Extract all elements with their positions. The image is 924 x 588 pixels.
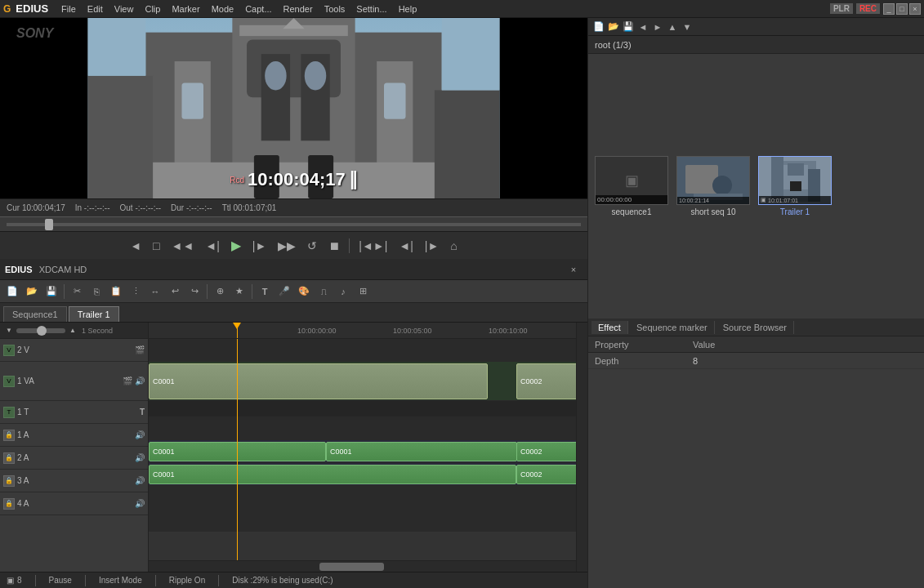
next-frame-btn[interactable]: |► [248, 238, 271, 254]
menu-render[interactable]: Render [279, 2, 318, 16]
track-row-3a [149, 486, 576, 509]
dur-value: -:--:--:-- [186, 203, 212, 212]
bin-up-btn[interactable]: ▲ [665, 20, 680, 34]
bin-down-btn[interactable]: ▼ [680, 20, 694, 34]
menu-marker[interactable]: Marker [167, 2, 204, 16]
plr-btn[interactable]: PLR [830, 3, 853, 14]
clip-c0002-audio2[interactable]: C0002 [516, 465, 576, 484]
track-lock-3a[interactable]: 🔒 [3, 475, 15, 487]
tl-grid-btn[interactable]: ⊞ [354, 283, 372, 301]
in-out-btn[interactable]: |◄►| [355, 238, 391, 254]
tl-scope-btn[interactable]: ⎍ [315, 283, 333, 301]
set-in-btn[interactable]: ◄| [395, 238, 417, 254]
tl-undo-btn[interactable]: ↩ [166, 283, 184, 301]
clip-c0002-video[interactable]: C0002 [516, 363, 576, 399]
clip-c0001-audio2[interactable]: C0001 [326, 442, 517, 461]
zoom-out-btn[interactable]: ▼ [3, 325, 15, 336]
tab-trailer1[interactable]: Trailer 1 [69, 306, 119, 322]
bin-open-btn[interactable]: 📂 [606, 20, 621, 34]
tl-close-btn[interactable]: × [565, 261, 583, 278]
tl-mix-btn[interactable]: ⊕ [211, 283, 229, 301]
tab-effect[interactable]: Effect [591, 321, 628, 334]
maximize-btn[interactable]: □ [896, 3, 908, 15]
mark-out-btn[interactable]: □ [149, 238, 163, 254]
tab-source-browser[interactable]: Source Browser [716, 321, 794, 334]
menu-help[interactable]: Help [394, 2, 422, 16]
loop-btn[interactable]: ↺ [303, 238, 321, 254]
menu-mode[interactable]: Mode [207, 2, 239, 16]
scrubber-thumb[interactable] [45, 219, 53, 230]
extra-btn[interactable]: ⌂ [446, 238, 461, 254]
thumb-sequence1-icon: ▣ [625, 172, 639, 189]
menu-tools[interactable]: Tools [319, 2, 350, 16]
tl-t-btn[interactable]: T [256, 283, 274, 301]
tl-open-btn[interactable]: 📂 [23, 283, 41, 301]
thumb-trailer1-tc-val: 10:01:07:01 [768, 198, 798, 203]
timeline-ruler[interactable]: 10:00:00:00 10:00:05:00 10:00:10:00 10:0… [149, 323, 576, 339]
zoom-in-btn[interactable]: ▲ [67, 325, 78, 336]
rec-btn[interactable]: REC [856, 3, 880, 14]
tl-effect-btn[interactable]: ★ [230, 283, 248, 301]
bin-new-btn[interactable]: 📄 [591, 20, 606, 34]
bin-fwd-btn[interactable]: ► [650, 20, 665, 34]
clip-c0001-audio1[interactable]: C0001 [149, 442, 326, 461]
preview-scrubber[interactable] [0, 216, 587, 231]
menu-view[interactable]: View [109, 2, 139, 16]
tl-audio-btn[interactable]: ♪ [334, 283, 352, 301]
track-lock-4a[interactable]: 🔒 [3, 498, 15, 510]
tab-sequence1[interactable]: Sequence1 [3, 306, 67, 322]
menu-capt[interactable]: Capt... [240, 2, 276, 16]
mark-in-btn[interactable]: ◄ [126, 238, 145, 254]
status-sep4 [218, 575, 219, 586]
menu-clip[interactable]: Clip [140, 2, 165, 16]
scrubber-track[interactable] [7, 223, 581, 226]
bin-item-sequence1[interactable]: ▣ 00:00:00:00 sequence1 [595, 156, 668, 216]
tl-cut-btn[interactable]: ✂ [68, 283, 86, 301]
fast-forward-btn[interactable]: ▶▶ [274, 238, 300, 254]
menu-settings[interactable]: Settin... [351, 2, 391, 16]
tl-ripple-btn[interactable]: ↔ [146, 283, 164, 301]
tl-paste-btn[interactable]: 📋 [107, 283, 125, 301]
set-out-btn[interactable]: |► [421, 238, 444, 254]
tl-redo-btn[interactable]: ↪ [185, 283, 203, 301]
track-lock-1a[interactable]: 🔒 [3, 430, 15, 441]
tl-copy-btn[interactable]: ⎘ [87, 283, 105, 301]
scrollbar-thumb-h[interactable] [319, 563, 383, 571]
tab-sequence-marker[interactable]: Sequence marker [630, 321, 715, 334]
tl-new-btn[interactable]: 📄 [3, 283, 21, 301]
track-lock-2a[interactable]: 🔒 [3, 452, 15, 464]
bin-item-trailer1[interactable]: ▣ 10:01:07:01 Trailer 1 [758, 156, 832, 216]
track-header-4a: 🔒 4 A 🔊 [0, 492, 148, 515]
watermark: SONY [16, 26, 53, 41]
rewind-btn[interactable]: ◄◄ [167, 238, 199, 254]
track-vis-1va[interactable]: V [3, 376, 15, 387]
bin-item-shortseq10[interactable]: 10:00:21:14 short seq 10 [676, 156, 750, 216]
track-vis-1t[interactable]: T [3, 407, 15, 418]
thumb-sequence1-label: sequence1 [612, 207, 652, 216]
timeline-scrollbar-v[interactable] [576, 323, 587, 572]
in-label: In -:--:--:-- [75, 203, 110, 212]
track-header-1va: V 1 VA 🎬 🔊 [0, 362, 148, 401]
zoom-slider[interactable] [16, 328, 65, 333]
close-btn[interactable]: × [909, 3, 921, 15]
menu-file[interactable]: File [56, 2, 81, 16]
timeline-scrollbar-h[interactable] [149, 560, 576, 572]
thumb-shortseq10-label: short seq 10 [690, 207, 735, 216]
track-vis-2v[interactable]: V [3, 345, 15, 356]
menu-edit[interactable]: Edit [83, 2, 108, 16]
tl-mic-btn[interactable]: 🎤 [275, 283, 293, 301]
bin-back-btn[interactable]: ◄ [636, 20, 650, 34]
play-btn[interactable]: ▶ [227, 236, 245, 255]
tl-color-btn[interactable]: 🎨 [295, 283, 313, 301]
tl-split-btn[interactable]: ⋮ [127, 283, 145, 301]
tl-save-btn[interactable]: 💾 [42, 283, 60, 301]
preview-video: SONY Rcd 10:00:04;17 ‖ [0, 18, 587, 198]
clip-c0001-video[interactable]: C0001 [149, 363, 488, 399]
clip-c0002-audio1[interactable]: C0002 [516, 442, 576, 461]
clip-c0001-audio3[interactable]: C0001 [149, 465, 516, 484]
bin-save-btn[interactable]: 💾 [621, 20, 636, 34]
transport-separator [349, 238, 350, 253]
prev-frame-btn[interactable]: ◄| [201, 238, 224, 254]
minimize-btn[interactable]: _ [883, 3, 895, 15]
stop-btn[interactable]: ⏹ [324, 238, 344, 254]
